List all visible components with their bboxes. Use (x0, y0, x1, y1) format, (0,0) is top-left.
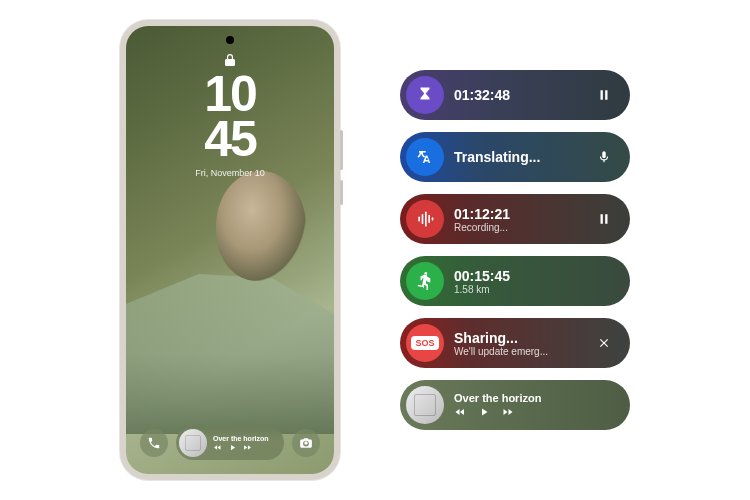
recording-icon (406, 200, 444, 238)
translate-icon (406, 138, 444, 176)
forward-icon[interactable] (243, 443, 252, 452)
fitness-time: 00:15:45 (454, 268, 616, 284)
forward-icon[interactable] (502, 406, 514, 418)
microphone-icon[interactable] (592, 145, 616, 169)
sos-label: Sharing... (454, 330, 592, 346)
pause-button[interactable] (592, 207, 616, 231)
running-icon (406, 262, 444, 300)
music-title: Over the horizon (454, 392, 616, 404)
translate-label: Translating... (454, 149, 592, 165)
lock-icon (225, 54, 235, 66)
track-title: Over the horizon (213, 435, 276, 442)
rewind-icon[interactable] (213, 443, 222, 452)
punch-hole-camera (226, 36, 234, 44)
play-icon[interactable] (228, 443, 237, 452)
fitness-pill[interactable]: 00:15:45 1.58 km (400, 256, 630, 306)
live-activity-pills: 01:32:48 Translating... 01:12:21 Recordi… (400, 70, 630, 430)
sos-pill[interactable]: SOS Sharing... We'll update emerg... (400, 318, 630, 368)
hourglass-icon (406, 76, 444, 114)
recording-pill[interactable]: 01:12:21 Recording... (400, 194, 630, 244)
phone-frame: 10 45 Fri, November 10 Over the horizon (120, 20, 340, 480)
lockscreen-bottom-bar: Over the horizon (126, 426, 334, 460)
lockscreen-clock: 10 45 (204, 72, 256, 162)
lockscreen-music-widget[interactable]: Over the horizon (176, 426, 284, 460)
pause-button[interactable] (592, 83, 616, 107)
fitness-distance: 1.58 km (454, 284, 616, 295)
phone-screen: 10 45 Fri, November 10 Over the horizon (126, 26, 334, 474)
sos-icon: SOS (406, 324, 444, 362)
mini-player-controls (213, 443, 276, 452)
album-art-icon (406, 386, 444, 424)
translate-pill[interactable]: Translating... (400, 132, 630, 182)
recording-time: 01:12:21 (454, 206, 592, 222)
camera-shortcut-button[interactable] (292, 429, 320, 457)
timer-pill[interactable]: 01:32:48 (400, 70, 630, 120)
rewind-icon[interactable] (454, 406, 466, 418)
music-controls (454, 406, 616, 418)
album-art-icon (179, 429, 207, 457)
close-button[interactable] (592, 331, 616, 355)
music-pill[interactable]: Over the horizon (400, 380, 630, 430)
recording-label: Recording... (454, 222, 592, 233)
play-icon[interactable] (478, 406, 490, 418)
phone-shortcut-button[interactable] (140, 429, 168, 457)
timer-value: 01:32:48 (454, 87, 592, 103)
lockscreen-date: Fri, November 10 (195, 168, 265, 178)
sos-sub: We'll update emerg... (454, 346, 592, 357)
clock-minutes: 45 (204, 117, 256, 162)
